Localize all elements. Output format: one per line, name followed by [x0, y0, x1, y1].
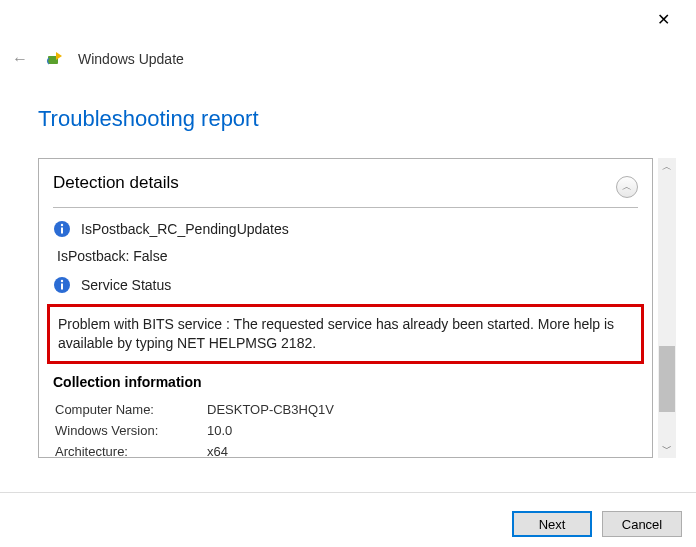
detection-panel: Detection details ︿ IsPostback_RC_Pendin…	[38, 158, 653, 458]
footer-divider	[0, 492, 696, 493]
kv-value: x64	[207, 442, 636, 458]
table-row: Computer Name: DESKTOP-CB3HQ1V	[55, 400, 636, 419]
windows-update-icon	[46, 50, 64, 68]
scroll-thumb[interactable]	[659, 346, 675, 412]
svg-rect-5	[61, 284, 63, 290]
kv-key: Windows Version:	[55, 421, 205, 440]
next-button[interactable]: Next	[512, 511, 592, 537]
info-row: IsPostback_RC_PendingUpdates	[53, 220, 638, 238]
info-icon	[53, 220, 71, 238]
divider	[53, 207, 638, 208]
svg-point-6	[61, 280, 63, 282]
section-title: Detection details	[53, 173, 179, 193]
chevron-up-icon: ︿	[622, 180, 632, 194]
panel-container: Detection details ︿ IsPostback_RC_Pendin…	[38, 158, 676, 462]
problem-message: Problem with BITS service : The requeste…	[58, 315, 633, 353]
scrollbar[interactable]: ︿ ﹀	[658, 158, 676, 458]
close-icon[interactable]: ✕	[649, 6, 678, 33]
scroll-down-icon[interactable]: ﹀	[658, 440, 676, 458]
back-arrow-icon[interactable]: ←	[8, 48, 32, 70]
collection-table: Computer Name: DESKTOP-CB3HQ1V Windows V…	[53, 398, 638, 458]
header: ← Windows Update	[8, 48, 184, 70]
info-text: IsPostback_RC_PendingUpdates	[81, 221, 289, 237]
collection-title: Collection information	[53, 374, 638, 390]
service-status-label: Service Status	[81, 277, 171, 293]
info-icon	[53, 276, 71, 294]
svg-rect-2	[61, 228, 63, 234]
kv-value: 10.0	[207, 421, 636, 440]
svg-point-3	[61, 224, 63, 226]
problem-highlight: Problem with BITS service : The requeste…	[47, 304, 644, 364]
table-row: Architecture: x64	[55, 442, 636, 458]
page-title: Troubleshooting report	[38, 106, 259, 132]
kv-key: Computer Name:	[55, 400, 205, 419]
info-row-service: Service Status	[53, 276, 638, 294]
ispostback-line: IsPostback: False	[57, 248, 638, 264]
kv-key: Architecture:	[55, 442, 205, 458]
collapse-button[interactable]: ︿	[616, 176, 638, 198]
footer: Next Cancel	[512, 511, 682, 537]
table-row: Windows Version: 10.0	[55, 421, 636, 440]
scroll-up-icon[interactable]: ︿	[658, 158, 676, 176]
cancel-button[interactable]: Cancel	[602, 511, 682, 537]
header-title: Windows Update	[78, 51, 184, 67]
kv-value: DESKTOP-CB3HQ1V	[207, 400, 636, 419]
